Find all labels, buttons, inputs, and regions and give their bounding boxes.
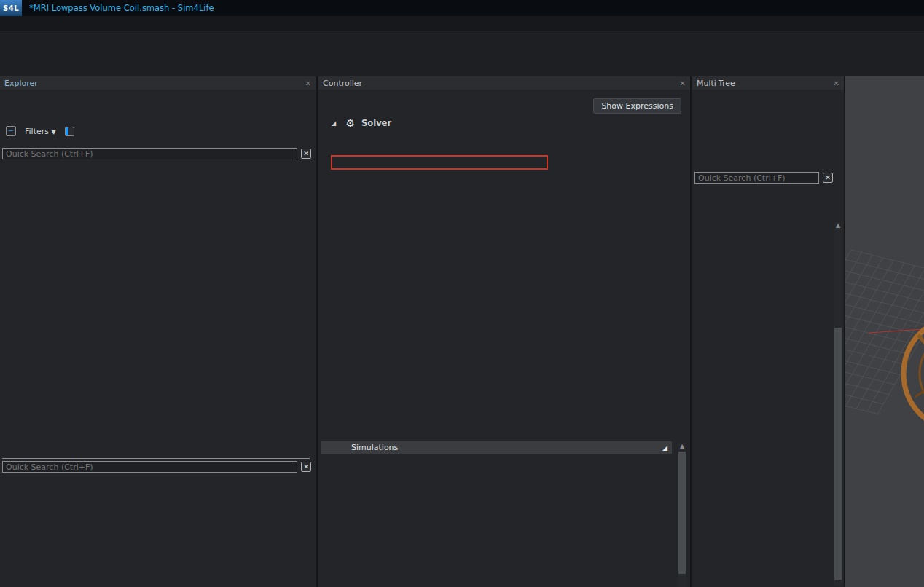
menu-bar [0,16,924,31]
scroll-up-icon[interactable]: ▲ [678,443,686,449]
close-icon[interactable]: ✕ [834,79,839,87]
filters-dropdown[interactable]: Filters ▼ [25,127,56,136]
controller-panel-title: Controller [323,79,362,88]
search-clear-icon[interactable]: ✕ [823,173,833,183]
simulations-section-header[interactable]: Simulations ◢ [321,441,672,454]
app-logo: S4L [0,0,22,16]
explorer-panel-header: Explorer ✕ [0,76,316,90]
explorer-search-input[interactable] [2,148,297,159]
gear-icon: ⚙ [343,117,357,129]
viewport-scene [845,76,924,587]
title-bar: S4L *MRI Lowpass Volume Coil.smash - Sim… [0,0,924,16]
close-icon[interactable]: ✕ [305,79,311,87]
scrollbar-thumb[interactable] [834,328,842,580]
scrollbar-thumb[interactable] [678,452,686,574]
explorer-search-input-2[interactable] [2,461,297,473]
solver-group-label: Solver [361,118,391,128]
multitree-scrollbar[interactable]: ▲ [834,222,842,586]
explorer-panel: Explorer ✕ − Filters ▼ ✕ ✕ [0,76,316,587]
viewport-3d[interactable] [845,76,924,587]
simulations-scrollbar[interactable]: ▲ [678,443,686,587]
explorer-panel-title: Explorer [4,79,38,88]
close-icon[interactable]: ✕ [680,79,686,87]
divider [2,458,310,459]
multitree-panel-title: Multi-Tree [697,79,735,88]
multitree-panel-header: Multi-Tree ✕ [692,76,844,90]
show-expressions-button[interactable]: Show Expressions [593,98,681,114]
toolbar [0,31,924,76]
birdcage-coil-wireframe [904,318,924,429]
search-clear-icon[interactable]: ✕ [301,149,311,159]
multitree-search-input[interactable] [694,172,819,184]
scroll-up-icon[interactable]: ▲ [834,222,842,229]
expander-open-icon[interactable]: ◢ [329,120,339,127]
controller-panel: Controller ✕ Show Expressions ◢ ⚙ Solver… [318,76,690,587]
search-clear-icon[interactable]: ✕ [301,462,311,472]
panel-toggle-icon[interactable] [65,127,74,136]
chevron-down-icon: ▼ [51,129,55,135]
window-title: *MRI Lowpass Volume Coil.smash - Sim4Lif… [29,3,214,13]
multitree-panel: Multi-Tree ✕ ✕ ▲ [692,76,844,587]
kernel-highlight-box [331,155,548,170]
simulations-title: Simulations [351,443,398,452]
collapse-all-button[interactable]: − [6,126,16,136]
simulations-column-headers [321,457,672,472]
collapse-corner-icon[interactable]: ◢ [662,444,667,452]
solver-group-row[interactable]: ◢ ⚙ Solver [329,117,391,129]
controller-panel-header: Controller ✕ [318,76,690,90]
